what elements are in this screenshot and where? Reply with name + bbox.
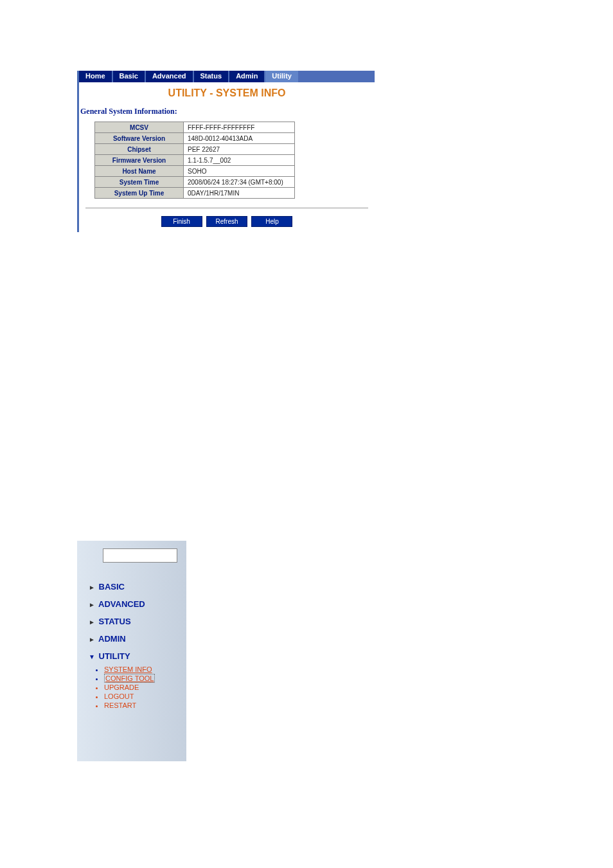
submenu-restart[interactable]: RESTART (104, 701, 186, 710)
system-uptime-value: 0DAY/1HR/17MIN (184, 188, 295, 199)
sidebar-item-label: STATUS (99, 617, 131, 626)
section-title: General System Information: (79, 102, 375, 122)
arrow-right-icon: ► (89, 619, 95, 626)
sidebar-input[interactable] (103, 548, 177, 563)
button-row: Finish Refresh Help (79, 215, 375, 232)
table-row: Firmware Version 1.1-1.5.7__002 (95, 155, 295, 166)
page-title: UTILITY - SYSTEM INFO (79, 82, 375, 102)
submenu-system-info[interactable]: SYSTEM INFO (104, 665, 186, 674)
chipset-value: PEF 22627 (184, 144, 295, 155)
sidebar-item-admin[interactable]: ► ADMIN (77, 630, 186, 647)
table-row: System Time 2008/06/24 18:27:34 (GMT+8:0… (95, 177, 295, 188)
system-uptime-label: System Up Time (95, 188, 184, 199)
tab-advanced[interactable]: Advanced (146, 71, 193, 82)
submenu-link[interactable]: CONFIG TOOL (104, 674, 155, 683)
utility-submenu: SYSTEM INFO CONFIG TOOL UPGRADE LOGOUT R… (104, 665, 186, 710)
system-info-table: MCSV FFFF-FFFF-FFFFFFFF Software Version… (94, 122, 295, 199)
system-time-value: 2008/06/24 18:27:34 (GMT+8:00) (184, 177, 295, 188)
mcsv-label: MCSV (95, 122, 184, 133)
tab-utility[interactable]: Utility (265, 71, 298, 82)
sidebar-item-status[interactable]: ► STATUS (77, 613, 186, 630)
table-row: Chipset PEF 22627 (95, 144, 295, 155)
main-panel: Home Basic Advanced Status Admin Utility… (77, 71, 375, 232)
sidebar: ► BASIC ► ADVANCED ► STATUS ► ADMIN ▼ UT… (77, 541, 186, 761)
sidebar-item-advanced[interactable]: ► ADVANCED (77, 595, 186, 613)
system-time-label: System Time (95, 177, 184, 188)
software-version-label: Software Version (95, 133, 184, 144)
sidebar-item-label: UTILITY (99, 651, 130, 661)
firmware-version-value: 1.1-1.5.7__002 (184, 155, 295, 166)
tab-status[interactable]: Status (194, 71, 229, 82)
chipset-label: Chipset (95, 144, 184, 155)
table-row: Host Name SOHO (95, 166, 295, 177)
host-name-value: SOHO (184, 166, 295, 177)
sidebar-item-label: ADVANCED (98, 599, 145, 609)
arrow-right-icon: ► (89, 636, 95, 643)
table-row: Software Version 148D-0012-40413ADA (95, 133, 295, 144)
arrow-down-icon: ▼ (89, 653, 95, 660)
help-button[interactable]: Help (251, 216, 292, 227)
submenu-logout[interactable]: LOGOUT (104, 692, 186, 701)
sidebar-item-label: ADMIN (98, 634, 126, 644)
tab-bar: Home Basic Advanced Status Admin Utility (79, 71, 375, 82)
sidebar-item-label: BASIC (99, 582, 125, 592)
table-row: System Up Time 0DAY/1HR/17MIN (95, 188, 295, 199)
firmware-version-label: Firmware Version (95, 155, 184, 166)
table-row: MCSV FFFF-FFFF-FFFFFFFF (95, 122, 295, 133)
tab-admin[interactable]: Admin (229, 71, 264, 82)
software-version-value: 148D-0012-40413ADA (184, 133, 295, 144)
arrow-right-icon: ► (89, 584, 95, 591)
tab-basic[interactable]: Basic (113, 71, 145, 82)
submenu-upgrade[interactable]: UPGRADE (104, 683, 186, 692)
tab-home[interactable]: Home (79, 71, 112, 82)
sidebar-item-basic[interactable]: ► BASIC (77, 578, 186, 595)
divider (85, 208, 368, 208)
mcsv-value: FFFF-FFFF-FFFFFFFF (184, 122, 295, 133)
arrow-right-icon: ► (89, 601, 95, 608)
host-name-label: Host Name (95, 166, 184, 177)
submenu-config-tool[interactable]: CONFIG TOOL (104, 674, 186, 683)
sidebar-item-utility[interactable]: ▼ UTILITY (77, 647, 186, 665)
refresh-button[interactable]: Refresh (206, 216, 247, 227)
finish-button[interactable]: Finish (161, 216, 202, 227)
submenu-link[interactable]: SYSTEM INFO (104, 665, 152, 673)
